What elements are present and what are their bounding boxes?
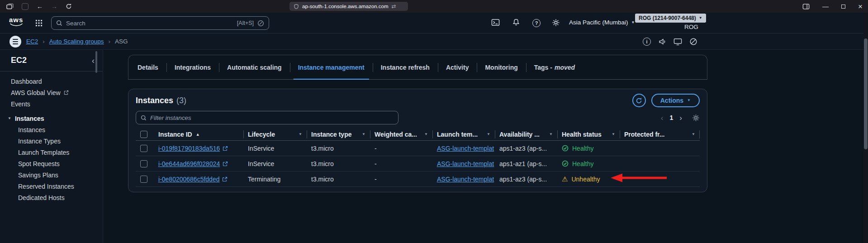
asg-tabs: Details Integrations Automatic scaling I… [128, 55, 707, 80]
column-filter-icon[interactable]: ▼ [484, 132, 490, 136]
translate-icon[interactable]: ⇄ [392, 4, 396, 9]
column-filter-icon[interactable]: ▼ [359, 132, 365, 136]
column-header-availability-zone[interactable]: Availability ... ▼ [495, 128, 557, 140]
column-filter-icon[interactable]: ▼ [609, 132, 615, 136]
window-stack-icon[interactable] [6, 3, 14, 10]
shield-icon[interactable] [294, 4, 299, 10]
hamburger-menu-icon[interactable] [9, 36, 21, 48]
sidebar-item-label: Reserved Instances [18, 183, 74, 190]
row-checkbox[interactable] [140, 176, 147, 183]
tab-label: Tags - [534, 64, 552, 71]
row-checkbox[interactable] [140, 160, 147, 167]
page-number[interactable]: 1 [670, 114, 674, 121]
tab-instance-management[interactable]: Instance management [290, 55, 373, 79]
tab-automatic-scaling[interactable]: Automatic scaling [219, 55, 290, 79]
sidebar-item-label: Spot Requests [18, 160, 60, 167]
launch-template-link[interactable]: ASG-launch-templat [437, 160, 494, 167]
tab-details[interactable]: Details [129, 55, 166, 79]
breadcrumb-asg-link[interactable]: Auto Scaling groups [49, 38, 104, 45]
column-label: Instance type [311, 131, 351, 138]
actions-button[interactable]: Actions ▼ [651, 94, 700, 107]
search-shortcut-hint: [Alt+S] [237, 20, 254, 26]
column-header-weighted-capacity[interactable]: Weighted ca... ▼ [370, 128, 432, 140]
sidebar-item-spot-requests[interactable]: Spot Requests [0, 158, 103, 169]
column-label: Weighted ca... [375, 131, 417, 138]
column-header-lifecycle[interactable]: Lifecycle ▼ [243, 128, 307, 140]
account-name[interactable]: ROG [684, 24, 698, 30]
row-checkbox[interactable] [140, 145, 147, 152]
select-all-checkbox[interactable] [140, 131, 147, 138]
next-page-icon[interactable]: › [679, 114, 682, 122]
filter-instances-box[interactable] [136, 111, 398, 124]
sidebar-item-instances[interactable]: Instances [0, 124, 103, 135]
launch-template-link[interactable]: ASG-launch-templat [437, 145, 494, 152]
sidebar-toggle-icon[interactable] [802, 3, 810, 10]
page-scrollbar[interactable] [863, 13, 868, 243]
aws-logo[interactable]: aws [9, 16, 23, 27]
warning-triangle-icon: ⚠ [562, 176, 568, 182]
launch-template-link[interactable]: ASG-launch-templat [437, 176, 494, 183]
filter-instances-input[interactable] [150, 114, 394, 121]
close-icon[interactable]: × [858, 3, 863, 10]
sidebar-item-reserved-instances[interactable]: Reserved Instances [0, 181, 103, 192]
table-preferences-gear-icon[interactable] [692, 114, 700, 122]
minimize-icon[interactable]: — [822, 3, 829, 10]
account-menu-badge[interactable]: ROG (1214-9007-6448) ▼ [635, 14, 706, 23]
tab-activity[interactable]: Activity [438, 55, 477, 79]
instance-id-link[interactable]: i-019f81790183da516 [158, 145, 220, 152]
apps-grid-icon[interactable] [35, 19, 43, 27]
info-icon[interactable]: i [643, 38, 651, 46]
tab-tags[interactable]: Tags - moved [526, 55, 583, 79]
column-header-health-status[interactable]: Health status ▼ [557, 128, 620, 140]
sidebar-section-instances[interactable]: ▼ Instances [0, 113, 103, 124]
region-selector[interactable]: Asia Pacific (Mumbai) ▼ [569, 19, 635, 26]
global-search[interactable]: [Alt+S] [51, 16, 269, 30]
cloudshell-icon[interactable] [491, 19, 500, 26]
column-header-protected[interactable]: Protected fr... ▼ [620, 128, 700, 140]
reload-icon[interactable] [66, 3, 72, 10]
column-header-instance-type[interactable]: Instance type ▼ [307, 128, 370, 140]
instance-id-link[interactable]: i-0e80200686c5fdded [158, 176, 219, 183]
column-header-launch-template[interactable]: Launch tem... ▼ [432, 128, 495, 140]
sidebar-collapse-icon[interactable]: ‹ [92, 57, 95, 65]
sidebar-scrollbar-thumb[interactable] [95, 51, 97, 73]
instance-id-link[interactable]: i-0e644ad696f028024 [158, 160, 220, 167]
breadcrumb-current: ASG [115, 38, 128, 45]
back-icon[interactable]: ← [37, 3, 43, 10]
tab-monitoring[interactable]: Monitoring [477, 55, 526, 79]
column-filter-icon[interactable]: ▼ [422, 132, 428, 136]
column-filter-icon[interactable]: ▼ [296, 132, 302, 136]
sidebar-item-global-view[interactable]: AWS Global View [0, 87, 103, 98]
globe-slash-icon[interactable] [689, 38, 697, 46]
column-filter-icon[interactable]: ▼ [546, 132, 553, 136]
sidebar-item-instance-types[interactable]: Instance Types [0, 135, 103, 147]
sidebar-item-savings-plans[interactable]: Savings Plans [0, 169, 103, 181]
breadcrumb-ec2-link[interactable]: EC2 [26, 38, 38, 45]
address-bar[interactable]: ap-south-1.console.aws.amazon.com ⇄ [289, 2, 408, 11]
sidebar-item-launch-templates[interactable]: Launch Templates [0, 147, 103, 158]
refresh-button[interactable] [632, 94, 646, 107]
tab-instance-refresh[interactable]: Instance refresh [373, 55, 438, 79]
megaphone-icon[interactable] [658, 38, 666, 46]
health-status-cell: Healthy [557, 160, 620, 167]
settings-gear-icon[interactable] [552, 19, 560, 27]
help-icon[interactable]: ? [532, 19, 541, 27]
restore-icon[interactable] [841, 5, 845, 9]
sidebar-item-dashboard[interactable]: Dashboard [0, 76, 103, 87]
forward-icon[interactable]: → [51, 3, 57, 10]
browser-tab-icon[interactable] [22, 3, 28, 10]
search-input[interactable] [66, 20, 233, 27]
health-status-label: Healthy [572, 145, 593, 152]
sidebar-item-dedicated-hosts[interactable]: Dedicated Hosts [0, 192, 103, 203]
column-header-instance-id[interactable]: Instance ID ▲ [154, 128, 243, 140]
monitor-icon[interactable] [674, 38, 682, 46]
check-circle-icon [562, 145, 569, 152]
notifications-bell-icon[interactable] [512, 18, 520, 27]
sidebar-item-events[interactable]: Events [0, 98, 103, 110]
column-filter-icon[interactable]: ▼ [689, 132, 695, 136]
tab-integrations[interactable]: Integrations [166, 55, 219, 79]
previous-page-icon[interactable]: ‹ [661, 114, 664, 122]
external-link-icon [223, 146, 228, 151]
page-scrollbar-thumb[interactable] [864, 38, 868, 149]
availability-zone-cell: aps1-az1 (ap-s... [495, 160, 557, 167]
